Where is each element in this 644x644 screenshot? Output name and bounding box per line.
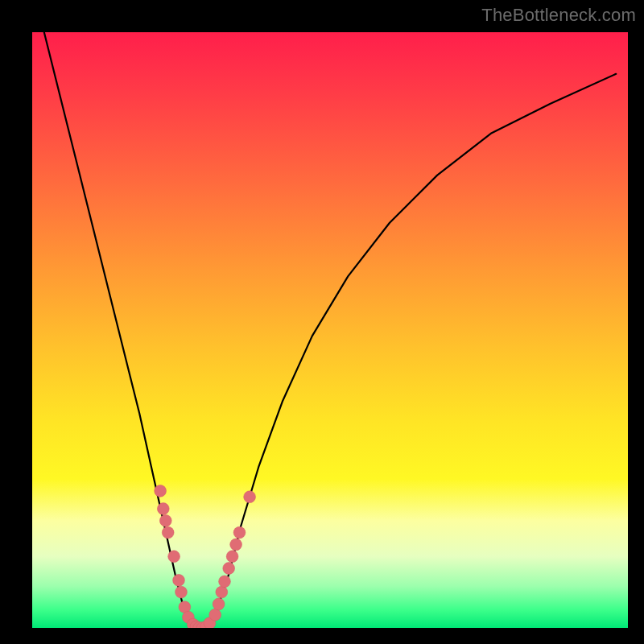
plot-area	[32, 32, 628, 628]
curve-right-curve	[205, 74, 617, 628]
curve-paths	[44, 32, 616, 628]
data-marker	[162, 526, 174, 539]
data-marker	[230, 539, 242, 551]
data-marker	[168, 551, 180, 563]
data-marker	[175, 586, 188, 598]
curve-left-curve	[44, 32, 199, 628]
data-marker	[244, 491, 256, 503]
data-marker	[223, 563, 235, 575]
curve-layer	[32, 32, 628, 628]
data-marker	[173, 574, 185, 586]
data-marker	[219, 576, 231, 588]
data-marker	[157, 503, 169, 515]
marker-points	[155, 485, 256, 628]
data-marker	[213, 598, 225, 610]
chart-frame: TheBottleneck.com	[0, 0, 644, 644]
data-marker	[226, 551, 238, 563]
data-marker	[233, 526, 246, 539]
data-marker	[155, 485, 167, 497]
data-marker	[159, 514, 171, 526]
data-marker	[216, 586, 228, 598]
watermark-text: TheBottleneck.com	[481, 5, 636, 26]
data-marker	[209, 609, 221, 621]
